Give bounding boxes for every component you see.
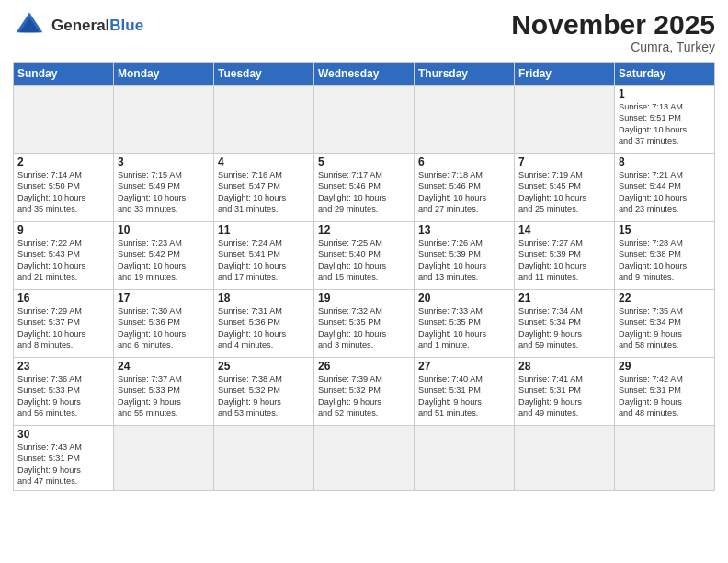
table-row [114, 426, 214, 491]
day-info: Sunrise: 7:16 AMSunset: 5:47 PMDaylight:… [218, 169, 310, 215]
table-row [14, 86, 114, 154]
location: Cumra, Turkey [511, 40, 715, 54]
table-row: 16Sunrise: 7:29 AMSunset: 5:37 PMDayligh… [14, 290, 114, 358]
day-number: 25 [218, 360, 310, 373]
day-info: Sunrise: 7:31 AMSunset: 5:36 PMDaylight:… [218, 305, 310, 351]
day-info: Sunrise: 7:19 AMSunset: 5:45 PMDaylight:… [518, 169, 610, 215]
header-wednesday: Wednesday [314, 63, 415, 86]
logo-text: GeneralBlue [51, 17, 143, 35]
month-title: November 2025 [511, 9, 715, 40]
day-number: 28 [518, 360, 610, 373]
day-number: 21 [518, 292, 610, 304]
day-number: 16 [17, 292, 109, 304]
day-number: 18 [218, 292, 310, 304]
table-row: 17Sunrise: 7:30 AMSunset: 5:36 PMDayligh… [114, 290, 214, 358]
table-row: 8Sunrise: 7:21 AMSunset: 5:44 PMDaylight… [615, 154, 715, 222]
table-row [314, 86, 415, 154]
day-info: Sunrise: 7:35 AMSunset: 5:34 PMDaylight:… [619, 305, 711, 351]
day-info: Sunrise: 7:14 AMSunset: 5:50 PMDaylight:… [17, 169, 109, 215]
table-row: 9Sunrise: 7:22 AMSunset: 5:43 PMDaylight… [14, 222, 114, 290]
table-row: 11Sunrise: 7:24 AMSunset: 5:41 PMDayligh… [214, 222, 314, 290]
table-row [515, 86, 615, 154]
day-number: 22 [619, 292, 711, 304]
table-row [214, 426, 314, 491]
table-row: 28Sunrise: 7:41 AMSunset: 5:31 PMDayligh… [515, 358, 615, 426]
table-row [615, 426, 715, 491]
day-number: 23 [17, 360, 109, 373]
day-info: Sunrise: 7:40 AMSunset: 5:31 PMDaylight:… [418, 373, 510, 419]
day-info: Sunrise: 7:34 AMSunset: 5:34 PMDaylight:… [518, 305, 610, 351]
header-saturday: Saturday [615, 63, 715, 86]
day-info: Sunrise: 7:33 AMSunset: 5:35 PMDaylight:… [418, 305, 510, 351]
table-row: 18Sunrise: 7:31 AMSunset: 5:36 PMDayligh… [214, 290, 314, 358]
day-info: Sunrise: 7:38 AMSunset: 5:32 PMDaylight:… [218, 373, 310, 419]
calendar: Sunday Monday Tuesday Wednesday Thursday… [13, 62, 715, 491]
table-row: 6Sunrise: 7:18 AMSunset: 5:46 PMDaylight… [415, 154, 515, 222]
table-row: 26Sunrise: 7:39 AMSunset: 5:32 PMDayligh… [314, 358, 415, 426]
day-info: Sunrise: 7:41 AMSunset: 5:31 PMDaylight:… [518, 373, 610, 419]
day-info: Sunrise: 7:39 AMSunset: 5:32 PMDaylight:… [318, 373, 410, 419]
day-number: 11 [218, 224, 310, 236]
table-row [214, 86, 314, 154]
table-row [415, 86, 515, 154]
day-number: 3 [118, 155, 210, 168]
table-row: 10Sunrise: 7:23 AMSunset: 5:42 PMDayligh… [114, 222, 214, 290]
day-number: 20 [418, 292, 510, 304]
day-number: 26 [318, 360, 410, 373]
table-row: 20Sunrise: 7:33 AMSunset: 5:35 PMDayligh… [415, 290, 515, 358]
svg-rect-2 [25, 26, 35, 32]
table-row: 5Sunrise: 7:17 AMSunset: 5:46 PMDaylight… [314, 154, 415, 222]
day-info: Sunrise: 7:27 AMSunset: 5:39 PMDaylight:… [518, 237, 610, 283]
table-row [515, 426, 615, 491]
table-row: 7Sunrise: 7:19 AMSunset: 5:45 PMDaylight… [515, 154, 615, 222]
header: GeneralBlue November 2025 Cumra, Turkey [13, 9, 715, 54]
day-info: Sunrise: 7:21 AMSunset: 5:44 PMDaylight:… [619, 169, 711, 215]
table-row [415, 426, 515, 491]
day-info: Sunrise: 7:30 AMSunset: 5:36 PMDaylight:… [118, 305, 210, 351]
day-number: 17 [118, 292, 210, 304]
table-row [314, 426, 415, 491]
day-number: 13 [418, 224, 510, 236]
table-row: 23Sunrise: 7:36 AMSunset: 5:33 PMDayligh… [14, 358, 114, 426]
table-row: 27Sunrise: 7:40 AMSunset: 5:31 PMDayligh… [415, 358, 515, 426]
logo: GeneralBlue [13, 9, 143, 42]
table-row: 15Sunrise: 7:28 AMSunset: 5:38 PMDayligh… [615, 222, 715, 290]
table-row [114, 86, 214, 154]
day-number: 5 [318, 155, 410, 168]
table-row: 4Sunrise: 7:16 AMSunset: 5:47 PMDaylight… [214, 154, 314, 222]
weekday-header-row: Sunday Monday Tuesday Wednesday Thursday… [14, 63, 715, 86]
table-row: 24Sunrise: 7:37 AMSunset: 5:33 PMDayligh… [114, 358, 214, 426]
day-number: 9 [17, 224, 109, 236]
day-info: Sunrise: 7:23 AMSunset: 5:42 PMDaylight:… [118, 237, 210, 283]
header-monday: Monday [114, 63, 214, 86]
day-info: Sunrise: 7:43 AMSunset: 5:31 PMDaylight:… [17, 442, 109, 488]
table-row: 1Sunrise: 7:13 AMSunset: 5:51 PMDaylight… [615, 86, 715, 154]
day-number: 15 [619, 224, 711, 236]
day-info: Sunrise: 7:37 AMSunset: 5:33 PMDaylight:… [118, 373, 210, 419]
day-number: 7 [518, 155, 610, 168]
table-row: 12Sunrise: 7:25 AMSunset: 5:40 PMDayligh… [314, 222, 415, 290]
table-row: 25Sunrise: 7:38 AMSunset: 5:32 PMDayligh… [214, 358, 314, 426]
day-number: 24 [118, 360, 210, 373]
day-number: 10 [118, 224, 210, 236]
day-info: Sunrise: 7:36 AMSunset: 5:33 PMDaylight:… [17, 373, 109, 419]
day-number: 30 [17, 428, 109, 441]
day-info: Sunrise: 7:22 AMSunset: 5:43 PMDaylight:… [17, 237, 109, 283]
table-row: 19Sunrise: 7:32 AMSunset: 5:35 PMDayligh… [314, 290, 415, 358]
logo-icon [13, 9, 46, 42]
table-row: 14Sunrise: 7:27 AMSunset: 5:39 PMDayligh… [515, 222, 615, 290]
day-info: Sunrise: 7:15 AMSunset: 5:49 PMDaylight:… [118, 169, 210, 215]
day-number: 1 [619, 87, 711, 100]
day-number: 4 [218, 155, 310, 168]
header-friday: Friday [515, 63, 615, 86]
day-info: Sunrise: 7:25 AMSunset: 5:40 PMDaylight:… [318, 237, 410, 283]
day-info: Sunrise: 7:13 AMSunset: 5:51 PMDaylight:… [619, 101, 711, 147]
day-number: 6 [418, 155, 510, 168]
table-row: 30Sunrise: 7:43 AMSunset: 5:31 PMDayligh… [14, 426, 114, 491]
title-block: November 2025 Cumra, Turkey [511, 9, 715, 54]
day-number: 14 [518, 224, 610, 236]
day-info: Sunrise: 7:29 AMSunset: 5:37 PMDaylight:… [17, 305, 109, 351]
day-number: 12 [318, 224, 410, 236]
header-sunday: Sunday [14, 63, 114, 86]
day-info: Sunrise: 7:32 AMSunset: 5:35 PMDaylight:… [318, 305, 410, 351]
